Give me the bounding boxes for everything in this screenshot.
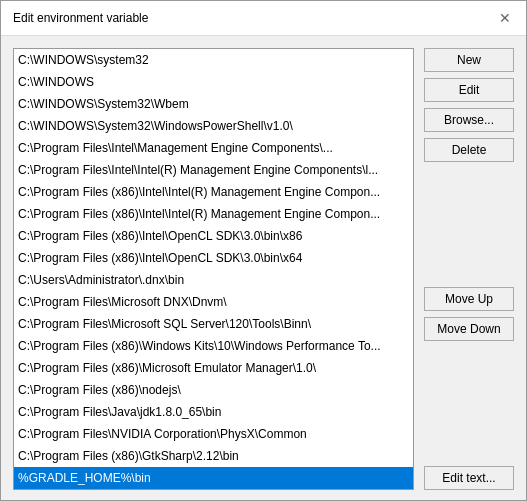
close-button[interactable]: ✕ [496,9,514,27]
list-item[interactable]: C:\Program Files (x86)\Intel\Intel(R) Ma… [14,181,413,203]
delete-button[interactable]: Delete [424,138,514,162]
list-item[interactable]: C:\Program Files\Intel\Intel(R) Manageme… [14,159,413,181]
move-up-button[interactable]: Move Up [424,287,514,311]
list-item[interactable]: C:\Program Files (x86)\Microsoft Emulato… [14,357,413,379]
new-button[interactable]: New [424,48,514,72]
list-item[interactable]: C:\WINDOWS [14,71,413,93]
list-item[interactable]: C:\Program Files (x86)\nodejs\ [14,379,413,401]
list-item[interactable]: C:\Program Files (x86)\Windows Kits\10\W… [14,335,413,357]
list-item[interactable]: C:\Program Files (x86)\Intel\Intel(R) Ma… [14,203,413,225]
list-item[interactable]: C:\WINDOWS\System32\Wbem [14,93,413,115]
env-var-listbox[interactable]: C:\WINDOWS\system32C:\WINDOWSC:\WINDOWS\… [14,49,413,489]
list-item[interactable]: C:\WINDOWS\System32\WindowsPowerShell\v1… [14,115,413,137]
action-buttons-column: New Edit Browse... Delete Move Up Move D… [424,48,514,490]
list-item[interactable]: C:\Program Files (x86)\Intel\OpenCL SDK\… [14,225,413,247]
list-item[interactable]: C:\Program Files\NVIDIA Corporation\Phys… [14,423,413,445]
list-item[interactable]: C:\Program Files\Intel\Management Engine… [14,137,413,159]
dialog-title: Edit environment variable [13,11,148,25]
dialog-content: C:\WINDOWS\system32C:\WINDOWSC:\WINDOWS\… [1,36,526,501]
env-var-list-container: C:\WINDOWS\system32C:\WINDOWSC:\WINDOWS\… [13,48,414,490]
list-item[interactable]: %GRADLE_HOME%\bin [14,467,413,489]
list-item[interactable]: C:\Program Files (x86)\Intel\OpenCL SDK\… [14,247,413,269]
browse-button[interactable]: Browse... [424,108,514,132]
list-item[interactable]: C:\WINDOWS\system32 [14,49,413,71]
edit-button[interactable]: Edit [424,78,514,102]
list-item[interactable]: C:\Program Files\Java\jdk1.8.0_65\bin [14,401,413,423]
title-bar: Edit environment variable ✕ [1,1,526,36]
edit-environment-variable-dialog: Edit environment variable ✕ C:\WINDOWS\s… [0,0,527,501]
edit-text-button[interactable]: Edit text... [424,466,514,490]
list-item[interactable]: C:\Program Files\Microsoft DNX\Dnvm\ [14,291,413,313]
list-item[interactable]: C:\Program Files\Microsoft SQL Server\12… [14,313,413,335]
list-item[interactable]: C:\Users\Administrator\.dnx\bin [14,269,413,291]
move-down-button[interactable]: Move Down [424,317,514,341]
list-item[interactable]: C:\Program Files (x86)\GtkSharp\2.12\bin [14,445,413,467]
